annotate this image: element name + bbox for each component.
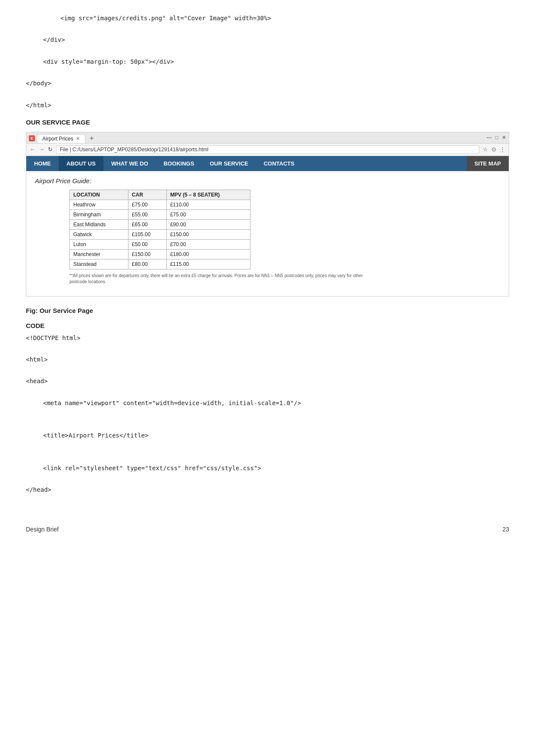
price-table-body: Heathrow£75.00£110.00Birmingham£55.00£75… xyxy=(70,200,250,269)
code-line-html-close: </html> xyxy=(26,100,509,111)
col-header-mpv: MPV (5 – 8 SEATER) xyxy=(166,190,250,200)
tab-label: Airport Prices xyxy=(42,136,73,142)
browser-page-content: Airport Price Guide: LOCATION CAR MPV (5… xyxy=(26,171,509,296)
table-cell-r5-c0: Manchester xyxy=(70,249,128,259)
table-cell-r2-c1: £65.00 xyxy=(128,219,166,229)
code-section-line-8 xyxy=(26,419,509,430)
nav-item-contacts[interactable]: CONTACTS xyxy=(256,156,302,171)
nav-spacer xyxy=(302,156,467,171)
col-header-car: CAR xyxy=(128,190,166,200)
table-row: Heathrow£75.00£110.00 xyxy=(70,200,250,209)
code-section-title: CODE xyxy=(26,322,509,329)
code-section-line-3 xyxy=(26,365,509,376)
table-cell-r3-c0: Gatwick xyxy=(70,229,128,239)
fig-caption: Fig: Our Service Page xyxy=(26,307,509,314)
code-section-line-6: <meta name="viewport" content="width=dev… xyxy=(43,398,509,409)
code-section-block: <!DOCTYPE html> <html> <head> <meta name… xyxy=(26,333,509,496)
nav-item-home[interactable]: HOME xyxy=(26,156,59,171)
table-cell-r1-c1: £55.00 xyxy=(128,209,166,219)
footer-page: 23 xyxy=(502,526,509,533)
code-section-line-9: <title>Airport Prices</title> xyxy=(43,430,509,441)
our-service-section-title: OUR SERVICE PAGE xyxy=(26,119,509,126)
nav-item-what-we-do[interactable]: WHAT WE DO xyxy=(103,156,156,171)
table-row: Stanstead£80.00£115.00 xyxy=(70,259,250,269)
nav-item-sitemap[interactable]: SITE MAP xyxy=(467,156,509,171)
table-cell-r2-c0: East Midlands xyxy=(70,219,128,229)
table-header-row: LOCATION CAR MPV (5 – 8 SEATER) xyxy=(70,190,250,200)
code-section-line-11 xyxy=(26,452,509,463)
browser-address-bar: ← → ↻ File | C:/Users/LAPTOP_MP0285/Desk… xyxy=(26,144,509,156)
table-cell-r2-c2: £90.00 xyxy=(166,219,250,229)
table-row: Birmingham£55.00£75.00 xyxy=(70,209,250,219)
price-disclaimer: **All prices shown are for departures on… xyxy=(69,273,371,285)
code-section-line-14: </head> xyxy=(26,484,509,495)
code-line-empty-3 xyxy=(26,67,509,78)
table-cell-r6-c1: £80.00 xyxy=(128,259,166,269)
table-cell-r6-c0: Stanstead xyxy=(70,259,128,269)
browser-tab[interactable]: Airport Prices ✕ xyxy=(37,134,85,143)
table-cell-r5-c2: £180.00 xyxy=(166,249,250,259)
table-row: Manchester£150.00£180.00 xyxy=(70,249,250,259)
code-line-margin-div: <div style="margin-top: 50px"></div> xyxy=(43,56,509,67)
table-cell-r3-c1: £105.00 xyxy=(128,229,166,239)
code-section-line-2: <html> xyxy=(26,354,509,365)
code-section-line-10 xyxy=(26,441,509,452)
code-line-empty-1 xyxy=(26,24,509,34)
table-cell-r0-c2: £110.00 xyxy=(166,200,250,209)
page-footer: Design Brief 23 xyxy=(26,522,509,533)
price-table: LOCATION CAR MPV (5 – 8 SEATER) Heathrow… xyxy=(69,190,250,269)
table-cell-r0-c0: Heathrow xyxy=(70,200,128,209)
nav-item-about-us[interactable]: ABOUT US xyxy=(59,156,103,171)
code-line-img: <img src="images/credits.png" alt="Cover… xyxy=(60,13,509,24)
code-section-line-4: <head> xyxy=(26,376,509,387)
close-icon[interactable]: ✕ xyxy=(502,134,506,141)
browser-tab-bar: E Airport Prices ✕ + — □ ✕ xyxy=(26,132,509,144)
nav-item-bookings[interactable]: BOOKINGS xyxy=(156,156,202,171)
table-row: Luton£50.00£70.00 xyxy=(70,239,250,249)
code-line-empty-4 xyxy=(26,89,509,100)
account-icon[interactable]: ⊙ xyxy=(491,146,496,153)
code-section-line-1 xyxy=(26,344,509,354)
price-table-container: LOCATION CAR MPV (5 – 8 SEATER) Heathrow… xyxy=(69,190,500,285)
code-line-body-close: </body> xyxy=(26,78,509,89)
table-cell-r6-c2: £115.00 xyxy=(166,259,250,269)
table-cell-r4-c2: £70.00 xyxy=(166,239,250,249)
code-section-line-12: <link rel="stylesheet" type="text/css" h… xyxy=(43,463,509,474)
browser-favicon: E xyxy=(29,135,35,141)
back-button[interactable]: ← xyxy=(30,146,35,153)
table-cell-r1-c2: £75.00 xyxy=(166,209,250,219)
browser-addr-right: ☆ ⊙ ⋮ xyxy=(483,146,505,153)
maximize-icon[interactable]: □ xyxy=(495,134,498,141)
airport-price-guide-title: Airport Price Guide: xyxy=(35,177,500,184)
forward-button[interactable]: → xyxy=(39,146,44,153)
table-cell-r1-c0: Birmingham xyxy=(70,209,128,219)
new-tab-button[interactable]: + xyxy=(87,134,96,142)
table-cell-r0-c1: £75.00 xyxy=(128,200,166,209)
reload-button[interactable]: ↻ xyxy=(48,146,53,153)
footer-label: Design Brief xyxy=(26,526,59,533)
browser-mockup: E Airport Prices ✕ + — □ ✕ ← → ↻ File | … xyxy=(26,132,509,297)
table-row: Gatwick£105.00£150.00 xyxy=(70,229,250,239)
minimize-icon[interactable]: — xyxy=(487,134,492,141)
table-cell-r5-c1: £150.00 xyxy=(128,249,166,259)
tab-close-icon[interactable]: ✕ xyxy=(76,136,80,141)
site-nav: HOME ABOUT US WHAT WE DO BOOKINGS OUR SE… xyxy=(26,156,509,171)
code-line-div-close: </div> xyxy=(43,34,509,45)
code-section-line-5 xyxy=(26,387,509,398)
table-cell-r4-c0: Luton xyxy=(70,239,128,249)
table-cell-r3-c2: £150.00 xyxy=(166,229,250,239)
col-header-location: LOCATION xyxy=(70,190,128,200)
window-controls: — □ ✕ xyxy=(487,134,506,142)
code-line-empty-2 xyxy=(26,46,509,56)
code-section-line-7 xyxy=(26,409,509,419)
address-bar-url[interactable]: File | C:/Users/LAPTOP_MP0285/Desktop/12… xyxy=(56,145,479,154)
table-cell-r4-c1: £50.00 xyxy=(128,239,166,249)
nav-item-our-service[interactable]: OUR SERVICE xyxy=(202,156,256,171)
table-row: East Midlands£65.00£90.00 xyxy=(70,219,250,229)
code-section-line-13 xyxy=(26,474,509,484)
bookmark-icon[interactable]: ☆ xyxy=(483,146,488,153)
tab-left: E Airport Prices ✕ + xyxy=(29,134,96,143)
menu-icon[interactable]: ⋮ xyxy=(500,146,505,153)
top-code-block: <img src="images/credits.png" alt="Cover… xyxy=(26,13,509,111)
code-section-line-0: <!DOCTYPE html> xyxy=(26,333,509,344)
